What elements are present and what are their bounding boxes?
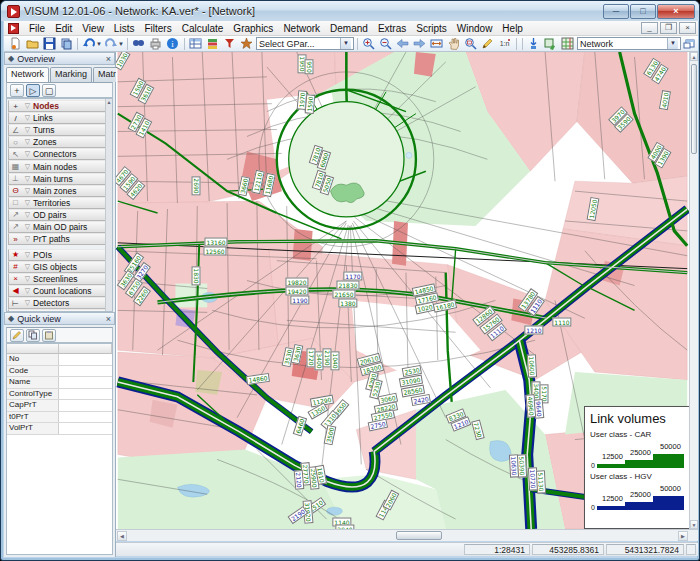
- menu-item-scripts[interactable]: Scripts: [411, 22, 452, 35]
- filter-icon[interactable]: [222, 37, 238, 51]
- filter-icon[interactable]: ▽: [22, 150, 33, 158]
- filter-icon[interactable]: ▽: [22, 251, 33, 259]
- network-list-item-main-nodes[interactable]: ▦▽Main nodes: [8, 160, 111, 172]
- undo-icon[interactable]: [81, 37, 97, 51]
- maximize-button[interactable]: □: [630, 4, 656, 19]
- network-list-item-prt-paths[interactable]: »▽PrT paths: [8, 233, 111, 245]
- filter-icon[interactable]: ▽: [22, 102, 33, 110]
- attribute-value[interactable]: [59, 389, 112, 400]
- map-legend[interactable]: Link volumes User class - CAR 0 12500 25…: [584, 406, 690, 529]
- paste-icon[interactable]: [42, 329, 56, 342]
- network-list-item-toll-systems[interactable]: $Toll systems: [8, 309, 111, 312]
- network-list-item-od-pairs[interactable]: ↗▽OD pairs: [8, 209, 111, 221]
- gpar-combobox[interactable]: Select GPar...▼: [256, 37, 354, 50]
- network-list-item-nodes[interactable]: +▽Nodes: [8, 100, 111, 112]
- edit-attribute-icon[interactable]: [10, 329, 24, 342]
- quick-view-row-volprt[interactable]: VolPrT: [7, 423, 112, 435]
- filter-icon[interactable]: ▽: [22, 223, 33, 231]
- open-file-icon[interactable]: [24, 37, 40, 51]
- menu-item-file[interactable]: File: [24, 22, 50, 35]
- filter-icon[interactable]: ▽: [22, 287, 33, 295]
- menu-item-edit[interactable]: Edit: [50, 22, 77, 35]
- mdi-close-button[interactable]: ×: [679, 22, 696, 34]
- quick-view-row-t0prt[interactable]: t0PrT: [7, 412, 112, 424]
- new-window-icon[interactable]: [682, 37, 698, 51]
- save-version-icon[interactable]: [58, 37, 74, 51]
- network-list-item-gis-objects[interactable]: #▽GIS objects: [8, 261, 111, 273]
- network-list-item-main-turns[interactable]: ⊥▽Main turns: [8, 173, 111, 185]
- filter-icon[interactable]: ▽: [22, 163, 33, 171]
- filter-icon[interactable]: ▽: [22, 187, 33, 195]
- menu-item-help[interactable]: Help: [497, 22, 528, 35]
- network-list-item-zones[interactable]: ○▽Zones: [8, 136, 111, 148]
- filter-icon[interactable]: ▽: [22, 299, 33, 307]
- network-list-item-main-zones[interactable]: Θ▽Main zones: [8, 185, 111, 197]
- network-list-item-pois[interactable]: ★▽POIs: [8, 249, 111, 261]
- print-icon[interactable]: [148, 37, 164, 51]
- network-list-item-links[interactable]: /▽Links: [8, 112, 111, 124]
- menu-item-extras[interactable]: Extras: [373, 22, 411, 35]
- minimize-button[interactable]: ─: [603, 4, 629, 19]
- filter-icon[interactable]: ▽: [22, 263, 33, 271]
- quick-view-row-capprt[interactable]: CapPrT: [7, 400, 112, 412]
- quick-view-header[interactable]: ◆ Quick view ×: [4, 312, 115, 325]
- network-combobox[interactable]: Network▼: [577, 37, 681, 50]
- edit-graphic-icon[interactable]: [480, 37, 496, 51]
- dock-pin-icon[interactable]: ◆: [8, 54, 14, 63]
- menu-item-network[interactable]: Network: [278, 22, 325, 35]
- network-list-item-screenlines[interactable]: ×▽Screenlines: [8, 273, 111, 285]
- attribute-value[interactable]: [59, 354, 112, 365]
- attribute-value[interactable]: [59, 423, 112, 434]
- lists-icon[interactable]: [188, 37, 204, 51]
- dock-pin-icon[interactable]: ◆: [8, 314, 14, 323]
- new-file-icon[interactable]: [7, 37, 23, 51]
- close-button[interactable]: ×: [657, 4, 695, 19]
- pan-icon[interactable]: [446, 37, 462, 51]
- edit-network-icon[interactable]: [543, 37, 559, 51]
- horizontal-scrollbar[interactable]: ◀ ▶: [116, 529, 698, 541]
- menu-item-calculate[interactable]: Calculate: [177, 22, 229, 35]
- undo-dropdown-icon[interactable]: ▼: [96, 41, 102, 47]
- filter-icon[interactable]: ▽: [22, 235, 33, 243]
- network-view-icon[interactable]: [560, 37, 576, 51]
- quick-view-row-name[interactable]: Name: [7, 377, 112, 389]
- menu-item-graphics[interactable]: Graphics: [228, 22, 278, 35]
- attribute-value[interactable]: [59, 377, 112, 388]
- zoom-in-icon[interactable]: [361, 37, 377, 51]
- zoom-out-icon[interactable]: [378, 37, 394, 51]
- attribute-value[interactable]: [59, 412, 112, 423]
- list-scrollbar[interactable]: ▲: [105, 99, 112, 311]
- network-list-item-detectors[interactable]: ⊢▽Detectors: [8, 297, 111, 309]
- menu-item-filters[interactable]: Filters: [139, 22, 176, 35]
- info-icon[interactable]: i: [165, 37, 181, 51]
- network-list-item-turns[interactable]: ∠▽Turns: [8, 124, 111, 136]
- filter-icon[interactable]: ▽: [22, 275, 33, 283]
- vertical-scrollbar[interactable]: ▲ ▼: [689, 52, 698, 529]
- network-list-item-count-locations[interactable]: ◀▽Count locations: [8, 285, 111, 297]
- overview-panel-header[interactable]: ◆ Overview ×: [4, 52, 115, 65]
- menu-item-view[interactable]: View: [77, 22, 109, 35]
- insert-mode-icon[interactable]: +: [10, 84, 24, 97]
- attribute-value[interactable]: [59, 400, 112, 411]
- menu-item-window[interactable]: Window: [452, 22, 498, 35]
- network-list-item-connectors[interactable]: ↖▽Connectors: [8, 148, 111, 160]
- gpar-icon[interactable]: [239, 37, 255, 51]
- quick-view-row-no[interactable]: No: [7, 354, 112, 366]
- filter-icon[interactable]: ▽: [22, 114, 33, 122]
- scale-icon[interactable]: 1:n: [497, 37, 513, 51]
- attribute-value[interactable]: [59, 366, 112, 377]
- filter-icon[interactable]: ▽: [22, 211, 33, 219]
- zoom-window-icon[interactable]: [463, 37, 479, 51]
- insert-node-icon[interactable]: [526, 37, 542, 51]
- quick-view-row-code[interactable]: Code: [7, 366, 112, 378]
- quick-view-close-icon[interactable]: ×: [106, 314, 111, 324]
- copy-icon[interactable]: [26, 329, 40, 342]
- network-map[interactable]: 1030195095015003610273014101970159078106…: [116, 52, 698, 529]
- network-doc-icon[interactable]: [8, 23, 19, 34]
- title-bar[interactable]: VISUM 12.01-06 - Network: KA.ver* - [Net…: [1, 1, 699, 21]
- network-list-item-main-od-pairs[interactable]: ↗▽Main OD pairs: [8, 221, 111, 233]
- filter-icon[interactable]: ▽: [22, 126, 33, 134]
- tab-marking[interactable]: Marking: [50, 67, 92, 82]
- tab-network[interactable]: Network: [6, 67, 49, 82]
- overview-close-icon[interactable]: ×: [106, 54, 111, 64]
